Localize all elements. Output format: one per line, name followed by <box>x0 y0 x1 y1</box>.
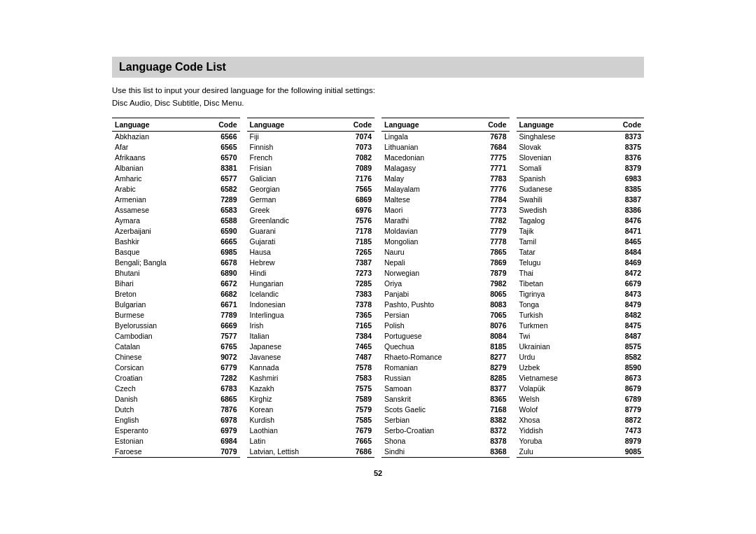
table-row: Laothian7679 <box>247 426 375 436</box>
table-row: Maori7773 <box>382 205 510 216</box>
table-row: Bulgarian6671 <box>112 300 240 310</box>
table-row: Turkmen8475 <box>517 321 645 331</box>
table-row: French7082 <box>247 153 375 163</box>
language-cell: Corsican <box>112 363 202 373</box>
code-cell: 6566 <box>202 131 240 142</box>
table-row: Greenlandic7576 <box>247 216 375 226</box>
language-cell: Portuguese <box>382 331 474 342</box>
language-cell: Romanian <box>382 363 474 373</box>
language-cell: Tibetan <box>517 279 599 289</box>
code-cell: 6789 <box>599 394 644 405</box>
code-cell: 7073 <box>336 142 374 153</box>
language-cell: Irish <box>247 321 336 331</box>
code-cell: 8476 <box>599 216 644 226</box>
code-cell: 8084 <box>474 331 509 342</box>
language-cell: Kashmiri <box>247 373 336 384</box>
language-cell: Mongolian <box>382 237 474 247</box>
code-cell: 6590 <box>202 226 240 237</box>
col-header-language: Language <box>382 118 474 131</box>
table-row: Volapük8679 <box>517 384 645 394</box>
language-cell: Turkish <box>517 310 599 321</box>
language-cell: Kazakh <box>247 384 336 394</box>
code-cell: 8582 <box>599 352 644 363</box>
language-cell: Pashto, Pushto <box>382 300 474 310</box>
language-cell: Macedonian <box>382 153 474 163</box>
code-cell: 6984 <box>202 436 240 447</box>
table-row: Chinese9072 <box>112 352 240 363</box>
code-cell: 7779 <box>474 226 509 237</box>
code-cell: 6978 <box>202 415 240 426</box>
code-cell: 6983 <box>599 174 644 184</box>
code-cell: 6577 <box>202 174 240 184</box>
table-row: Azerbaijani6590 <box>112 226 240 237</box>
table-row: Byelorussian6669 <box>112 321 240 331</box>
language-cell: Galician <box>247 174 336 184</box>
language-cell: Kannada <box>247 363 336 373</box>
language-cell: Latvian, Lettish <box>247 447 336 458</box>
table-row: Corsican6779 <box>112 363 240 373</box>
table-row: Swedish8386 <box>517 205 645 216</box>
code-cell: 7684 <box>474 142 509 153</box>
code-cell: 7665 <box>336 436 374 447</box>
code-cell: 8575 <box>599 342 644 352</box>
language-cell: Moldavian <box>382 226 474 237</box>
table-row: Sanskrit8365 <box>382 394 510 405</box>
language-cell: Serbian <box>382 415 474 426</box>
language-cell: Lingala <box>382 131 474 142</box>
language-cell: Chinese <box>112 352 202 363</box>
code-cell: 8979 <box>599 436 644 447</box>
col-header-language: Language <box>517 118 599 131</box>
language-cell: Wolof <box>517 405 599 415</box>
table-row: Javanese7487 <box>247 352 375 363</box>
table-row: Slovenian8376 <box>517 153 645 163</box>
code-cell: 6865 <box>202 394 240 405</box>
table-row: Malay7783 <box>382 174 510 184</box>
table-row: Sudanese8385 <box>517 184 645 195</box>
table-row: Urdu8582 <box>517 352 645 363</box>
code-cell: 7378 <box>336 300 374 310</box>
language-cell: Turkmen <box>517 321 599 331</box>
language-cell: Urdu <box>517 352 599 363</box>
table-row: Hungarian7285 <box>247 279 375 289</box>
table-row: Nauru7865 <box>382 247 510 258</box>
language-cell: Tatar <box>517 247 599 258</box>
table-row: Tagalog8476 <box>517 216 645 226</box>
table-row: Yoruba8979 <box>517 436 645 447</box>
code-cell: 8673 <box>599 373 644 384</box>
code-cell: 8185 <box>474 342 509 352</box>
table-row: Quechua8185 <box>382 342 510 352</box>
col-group-3: LanguageCodeSinghalese8373Slovak8375Slov… <box>517 118 645 458</box>
code-cell: 7178 <box>336 226 374 237</box>
table-row: Cambodian7577 <box>112 331 240 342</box>
language-cell: Thai <box>517 268 599 279</box>
table-row: Turkish8482 <box>517 310 645 321</box>
language-cell: Laothian <box>247 426 336 436</box>
code-cell: 7282 <box>202 373 240 384</box>
code-cell: 7585 <box>336 415 374 426</box>
table-row: Xhosa8872 <box>517 415 645 426</box>
language-cell: Norwegian <box>382 268 474 279</box>
code-cell: 8473 <box>599 289 644 300</box>
language-cell: Indonesian <box>247 300 336 310</box>
col-header-code: Code <box>202 118 240 131</box>
code-cell: 7982 <box>474 279 509 289</box>
table-row: Galician7176 <box>247 174 375 184</box>
table-row: Breton6682 <box>112 289 240 300</box>
code-cell: 8375 <box>599 142 644 153</box>
code-cell: 6565 <box>202 142 240 153</box>
code-cell: 7879 <box>474 268 509 279</box>
table-row: Gujarati7185 <box>247 237 375 247</box>
language-cell: Croatian <box>112 373 202 384</box>
language-cell: Frisian <box>247 163 336 174</box>
language-cell: Shona <box>382 436 474 447</box>
language-cell: Japanese <box>247 342 336 352</box>
table-row: Latvian, Lettish7686 <box>247 447 375 458</box>
code-cell: 6583 <box>202 205 240 216</box>
language-cell: Maori <box>382 205 474 216</box>
language-cell: Slovak <box>517 142 599 153</box>
col-header-language: Language <box>247 118 336 131</box>
language-cell: Breton <box>112 289 202 300</box>
language-cell: Gujarati <box>247 237 336 247</box>
table-row: Thai8472 <box>517 268 645 279</box>
code-cell: 6582 <box>202 184 240 195</box>
